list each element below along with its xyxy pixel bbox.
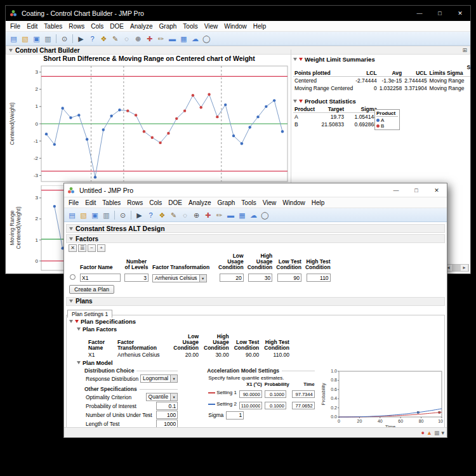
title-bar[interactable]: Untitled - JMP Pro — □ ✕ bbox=[64, 183, 447, 197]
sigma-input[interactable] bbox=[226, 411, 244, 420]
outline-product-statistics[interactable]: Product Statistics bbox=[293, 98, 470, 105]
horizontal-scrollbar[interactable]: ◂ ▸ bbox=[444, 264, 469, 272]
title-bar[interactable]: Coating - Control Chart Builder - JMP Pr… bbox=[6, 6, 470, 21]
red-triangle-menu-icon[interactable] bbox=[299, 58, 303, 61]
setting2-x1-input[interactable] bbox=[239, 402, 262, 409]
pencil-icon[interactable]: ✏ bbox=[214, 209, 225, 221]
print-icon[interactable]: ▥ bbox=[101, 209, 112, 221]
save-icon[interactable]: ▣ bbox=[89, 209, 100, 221]
search-icon[interactable]: ⊙ bbox=[59, 33, 70, 44]
highlight-icon[interactable]: ▬ bbox=[225, 209, 236, 221]
menu-item[interactable]: Edit bbox=[82, 199, 99, 206]
menu-item[interactable]: Analyze bbox=[185, 199, 215, 206]
disclosure-triangle-icon[interactable] bbox=[77, 327, 81, 331]
scroll-thumb[interactable] bbox=[453, 265, 460, 271]
close-button[interactable]: ✕ bbox=[426, 183, 447, 197]
factor-row-radio[interactable] bbox=[70, 274, 76, 280]
menu-item[interactable]: Window bbox=[279, 199, 308, 206]
grid-icon[interactable]: ▦ bbox=[434, 430, 440, 436]
response-distribution-select[interactable]: Lognormal ▾ bbox=[140, 374, 178, 383]
outline-weight-limit-summaries[interactable]: Weight Limit Summaries bbox=[293, 56, 470, 63]
menu-item[interactable]: Help bbox=[308, 199, 328, 206]
grabber-icon[interactable]: ❖ bbox=[157, 209, 168, 221]
close-button[interactable]: ✕ bbox=[450, 6, 470, 21]
menu-item[interactable]: Cols bbox=[88, 23, 107, 30]
add-level-button[interactable]: + bbox=[97, 244, 105, 252]
cloud-icon[interactable]: ☁ bbox=[248, 209, 259, 221]
chart-icon[interactable]: ▦ bbox=[178, 33, 189, 44]
legend-item[interactable]: A bbox=[376, 117, 398, 123]
disclosure-triangle-icon[interactable] bbox=[69, 320, 73, 323]
open-icon[interactable]: ▧ bbox=[78, 209, 89, 221]
lasso-icon[interactable]: ◌ bbox=[121, 33, 132, 44]
save-icon[interactable]: ▣ bbox=[31, 33, 42, 44]
disclosure-triangle-icon[interactable] bbox=[9, 49, 13, 52]
brush-icon[interactable]: ✎ bbox=[110, 33, 121, 44]
search-icon[interactable]: ⊙ bbox=[117, 209, 128, 221]
cursor-icon[interactable]: ▶ bbox=[134, 209, 145, 221]
outline-plan-model[interactable]: Plan Model bbox=[77, 360, 443, 366]
red-triangle-menu-icon[interactable] bbox=[75, 320, 79, 323]
menu-item[interactable]: Analyze bbox=[127, 23, 156, 30]
lasso-icon[interactable]: ◌ bbox=[180, 209, 190, 221]
factor-transformation-select[interactable]: Arrhenius Celsius ▾ bbox=[152, 274, 207, 282]
setting2-probability-input[interactable] bbox=[265, 402, 286, 409]
high-test-condition-input[interactable] bbox=[307, 274, 331, 282]
crosshair-icon[interactable]: ✚ bbox=[202, 209, 213, 221]
menu-item[interactable]: DOE bbox=[165, 199, 185, 206]
setting1-probability-input[interactable] bbox=[265, 390, 286, 398]
ellipse-icon[interactable]: ◯ bbox=[201, 33, 212, 44]
disclosure-triangle-icon[interactable] bbox=[69, 227, 73, 230]
tab-plan-settings-1[interactable]: Plan Settings 1 bbox=[67, 310, 112, 318]
maximize-button[interactable]: □ bbox=[406, 183, 426, 197]
help-icon[interactable]: ? bbox=[87, 33, 98, 44]
menu-item[interactable]: File bbox=[7, 23, 23, 30]
caret-down-icon[interactable]: ▾ bbox=[441, 430, 444, 436]
help-icon[interactable]: ? bbox=[145, 209, 156, 221]
scroll-right-button[interactable]: ▸ bbox=[460, 265, 468, 271]
legend-item[interactable]: B bbox=[376, 123, 398, 129]
menu-item[interactable]: Cols bbox=[146, 199, 165, 206]
menu-item[interactable]: View bbox=[201, 23, 221, 30]
factor-list-button[interactable]: ☰ bbox=[78, 244, 86, 252]
new-icon[interactable]: ▤ bbox=[67, 209, 77, 221]
zoom-icon[interactable]: ⊕ bbox=[191, 209, 202, 221]
probability-of-interest-input[interactable] bbox=[156, 402, 178, 410]
menu-item[interactable]: Rows bbox=[65, 23, 88, 30]
zoom-icon[interactable]: ⊕ bbox=[133, 33, 143, 44]
number-of-levels-input[interactable] bbox=[124, 274, 149, 282]
disclosure-triangle-icon[interactable] bbox=[69, 237, 73, 241]
menu-item[interactable]: File bbox=[65, 199, 82, 206]
data-indicator-icon[interactable]: ● bbox=[421, 430, 425, 436]
high-usage-condition-input[interactable] bbox=[248, 274, 272, 282]
maximize-button[interactable]: □ bbox=[430, 6, 450, 21]
panel-dock-icon[interactable]: ⊞ bbox=[462, 47, 467, 53]
pencil-icon[interactable]: ✏ bbox=[155, 33, 166, 44]
menu-item[interactable]: Graph bbox=[215, 199, 239, 206]
outline-control-chart-builder[interactable]: Control Chart Builder ⊞ bbox=[6, 46, 470, 55]
individuals-control-chart[interactable]: -3-2-10123Centered(Weight) bbox=[8, 63, 291, 185]
menu-item[interactable]: Help bbox=[250, 23, 270, 30]
menu-item[interactable]: Tools bbox=[238, 199, 259, 206]
disclosure-triangle-icon[interactable] bbox=[77, 361, 81, 364]
menu-item[interactable]: Tables bbox=[99, 199, 124, 206]
setting1-time-input[interactable] bbox=[292, 390, 315, 398]
menu-item[interactable]: Window bbox=[221, 23, 250, 30]
setting1-x1-input[interactable] bbox=[239, 390, 262, 398]
upload-arrow-icon[interactable]: ▲ bbox=[426, 430, 432, 436]
factor-name-input[interactable] bbox=[80, 274, 121, 282]
disclosure-triangle-icon[interactable] bbox=[293, 58, 297, 61]
outline-factors[interactable]: Factors bbox=[66, 234, 445, 243]
outline-plan-factors[interactable]: Plan Factors bbox=[77, 326, 443, 333]
menu-item[interactable]: DOE bbox=[107, 23, 127, 30]
setting2-time-input[interactable] bbox=[292, 402, 315, 409]
remove-level-button[interactable]: − bbox=[88, 244, 96, 252]
grabber-icon[interactable]: ❖ bbox=[98, 33, 109, 44]
create-plan-button[interactable]: Create a Plan bbox=[69, 285, 114, 294]
units-under-test-input[interactable] bbox=[156, 411, 178, 419]
crosshair-icon[interactable]: ✚ bbox=[144, 33, 155, 44]
outline-plan-specifications[interactable]: Plan Specifications bbox=[69, 318, 443, 325]
ellipse-icon[interactable]: ◯ bbox=[260, 209, 270, 221]
disclosure-triangle-icon[interactable] bbox=[69, 300, 73, 303]
menu-item[interactable]: View bbox=[260, 199, 280, 206]
